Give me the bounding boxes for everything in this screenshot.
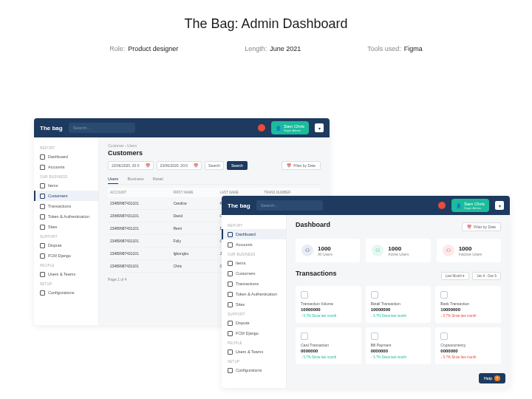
table-cell: Chris (171, 260, 217, 273)
nav-icon (228, 261, 233, 266)
tab-retail[interactable]: Retail (153, 174, 163, 184)
search-input[interactable]: Search... (256, 200, 323, 211)
sidebar-item-label: Sites (48, 225, 57, 229)
nav-icon (228, 232, 233, 237)
filter-by-date-button[interactable]: 📅Filter by Date (282, 161, 321, 170)
tab-business[interactable]: Business (127, 174, 143, 184)
sidebar-item-label: Users & Teams (48, 272, 75, 276)
search-field[interactable]: Search (205, 161, 224, 170)
column-header[interactable]: ACCOUNT (108, 188, 171, 197)
stat-label: Active Users (388, 252, 409, 256)
user-menu[interactable]: 👤 Sam ChrisSuper Admin (451, 199, 489, 212)
sidebar: REPORTDashboardAccountsOUR BUSINESSItems… (34, 137, 99, 325)
logo[interactable]: The bag (40, 125, 63, 132)
sidebar-item-dashboard[interactable]: Dashboard (222, 229, 286, 239)
sidebar-item-label: Users & Teams (236, 349, 263, 354)
tx-icon (301, 332, 308, 340)
sidebar-item-fcm-django[interactable]: FCM Django (34, 250, 98, 261)
sidebar-item-items[interactable]: Items (34, 180, 98, 191)
sidebar-item-customers[interactable]: Customers (222, 268, 286, 279)
sidebar-item-transactions[interactable]: Transactions (222, 279, 286, 289)
tools-label: Tools used: (367, 45, 401, 52)
sidebar-item-dispute[interactable]: Dispute (222, 318, 286, 328)
sidebar-item-transactions[interactable]: Transactions (34, 201, 98, 211)
tx-label: Cryptocurrency (440, 343, 496, 347)
sidebar-item-label: Items (48, 183, 58, 188)
nav-icon (228, 242, 233, 248)
tab-users[interactable]: Users (108, 174, 118, 184)
tx-icon (371, 332, 378, 340)
nav-icon (40, 272, 45, 277)
notification-icon[interactable] (438, 202, 446, 209)
sidebar-item-dashboard[interactable]: Dashboard (34, 151, 98, 162)
notification-icon[interactable] (258, 124, 265, 132)
filter-row: 23/06/2020, 20:0📅 23/06/2020, 20:0📅 Sear… (108, 161, 321, 170)
sidebar-item-users-teams[interactable]: Users & Teams (222, 347, 286, 357)
nav-icon (40, 243, 45, 248)
length-value: June 2021 (270, 45, 301, 52)
sidebar-item-label: Token & Authentication (236, 292, 277, 296)
sidebar-item-token-authentication[interactable]: Token & Authentication (222, 289, 286, 299)
sidebar-item-sites[interactable]: Sites (222, 299, 286, 310)
sidebar-item-label: Sites (236, 302, 245, 307)
tx-card: Retail Transaction10000000↑ 5.7% Since l… (366, 286, 432, 323)
sidebar-item-label: Configurations (236, 368, 262, 372)
tx-value: 10000000 (440, 307, 496, 312)
sidebar-item-sites[interactable]: Sites (34, 222, 98, 232)
chevron-down-icon[interactable]: ▾ (495, 201, 504, 210)
chevron-down-icon[interactable]: ▾ (315, 123, 324, 132)
sidebar-item-items[interactable]: Items (222, 258, 286, 268)
sidebar-item-accounts[interactable]: Accounts (34, 162, 98, 172)
stat-label: Inactive Users (459, 252, 482, 256)
tx-filter-pill[interactable]: Jan 6 - Dec 6 (472, 272, 501, 280)
sidebar-item-label: Customers (236, 271, 256, 276)
sidebar-item-customers[interactable]: Customers (34, 191, 98, 201)
tx-label: Bill Payment (371, 343, 426, 347)
stat-card: ⚇1000Inactive Users (437, 239, 501, 262)
sidebar-item-token-authentication[interactable]: Token & Authentication (34, 211, 98, 222)
sidebar-section-label: REPORT (34, 143, 98, 151)
sidebar-section-label: PEOPLE (222, 338, 286, 347)
search-button[interactable]: Search (227, 161, 248, 170)
filter-by-date-button[interactable]: 📅Filter by Date (462, 222, 501, 231)
search-input[interactable]: Search... (69, 123, 135, 133)
customer-tabs: UsersBusinessRetail (108, 174, 321, 185)
nav-icon (40, 253, 45, 259)
sidebar-item-users-teams[interactable]: Users & Teams (34, 269, 98, 279)
sidebar-section-label: SETUP (222, 357, 286, 365)
sidebar-item-configurations[interactable]: Configurations (222, 365, 286, 375)
tx-card: Transaction Volume10000000↑ 5.7% Since l… (296, 286, 361, 323)
stat-card: ⚇1000All Users (296, 239, 360, 262)
tx-icon (440, 291, 448, 299)
logo[interactable]: The bag (228, 202, 250, 209)
tx-value: 0000000 (440, 349, 496, 353)
stat-cards: ⚇1000All Users⚇1000Active Users⚇1000Inac… (296, 239, 501, 262)
user-menu[interactable]: 👤 Sam ChrisSuper Admin (271, 121, 309, 134)
table-cell: 23489987431101 (108, 235, 171, 248)
tx-delta: ↑ 5.7% Since last month (371, 314, 426, 318)
nav-icon (228, 368, 233, 373)
tx-value: 10000000 (371, 307, 426, 312)
sidebar-item-accounts[interactable]: Accounts (222, 239, 286, 250)
column-header[interactable]: FIRST NAME (171, 188, 217, 197)
tx-label: Retail Transaction (371, 301, 426, 306)
help-button[interactable]: Help? (479, 373, 505, 383)
date-from-input[interactable]: 23/06/2020, 20:0📅 (108, 161, 154, 170)
nav-icon (40, 183, 45, 188)
sidebar-item-label: Accounts (236, 242, 253, 247)
nav-icon (40, 194, 45, 199)
nav-icon (40, 225, 45, 230)
table-cell: Igbongbo (171, 248, 217, 260)
sidebar-item-configurations[interactable]: Configurations (34, 287, 98, 298)
sidebar-section-label: SUPPORT (222, 310, 286, 318)
tx-value: 0000000 (301, 349, 356, 353)
date-to-input[interactable]: 23/06/2020, 20:0📅 (157, 161, 202, 170)
tx-filter-pill[interactable]: Last Month ▾ (441, 272, 470, 280)
nav-icon (228, 292, 233, 297)
sidebar-item-label: Dispute (48, 243, 62, 248)
tx-card: Cryptocurrency0000000↓ 5.7% Since last m… (435, 327, 501, 364)
sidebar-item-dispute[interactable]: Dispute (34, 240, 98, 250)
page-title: The Bag: Admin Dashboard (0, 0, 532, 45)
breadcrumb: Customer › Users (108, 143, 321, 148)
sidebar-item-fcm-django[interactable]: FCM Django (222, 328, 286, 338)
